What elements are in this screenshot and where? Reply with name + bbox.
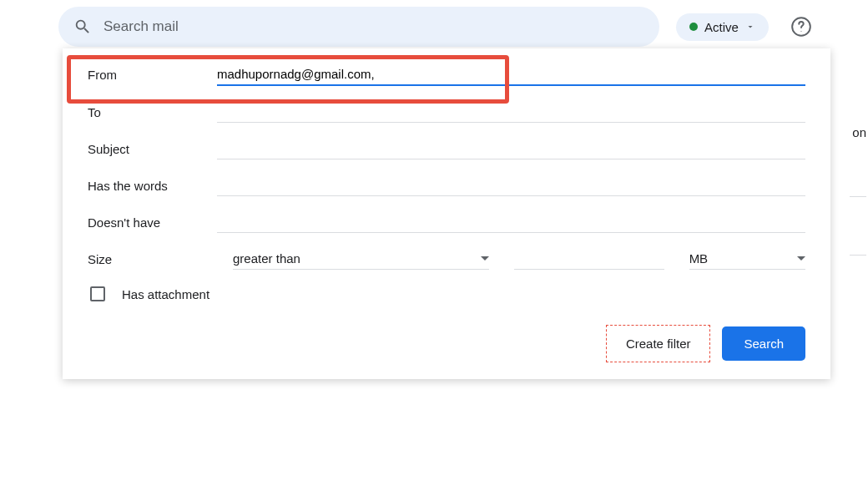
from-label: From — [88, 68, 217, 82]
chevron-down-icon — [481, 256, 489, 261]
status-label: Active — [704, 20, 739, 34]
search-bar[interactable]: Search mail — [58, 7, 659, 47]
has-words-input[interactable] — [217, 175, 805, 196]
doesnt-have-input[interactable] — [217, 211, 805, 233]
size-unit-select[interactable]: MB — [689, 248, 805, 270]
chevron-down-icon — [745, 22, 755, 32]
size-unit-value: MB — [689, 251, 709, 266]
search-options-panel: From To Subject Has the words Doesn't ha… — [63, 48, 830, 379]
chevron-down-icon — [797, 256, 805, 261]
help-button[interactable] — [790, 16, 812, 38]
search-icon — [73, 18, 92, 36]
status-dot-icon — [689, 23, 698, 31]
size-label: Size — [88, 252, 208, 266]
background-divider — [850, 255, 866, 256]
help-icon — [790, 16, 812, 38]
size-value-input[interactable] — [514, 248, 664, 270]
create-filter-button[interactable]: Create filter — [608, 326, 709, 361]
size-comparison-value: greater than — [233, 251, 300, 266]
background-text: on — [852, 125, 866, 139]
svg-point-1 — [800, 31, 801, 32]
from-input[interactable] — [217, 63, 805, 86]
has-attachment-label: Has attachment — [122, 287, 209, 301]
doesnt-have-label: Doesn't have — [88, 215, 217, 230]
search-button[interactable]: Search — [722, 326, 805, 361]
search-placeholder: Search mail — [103, 18, 644, 35]
to-input[interactable] — [217, 101, 805, 123]
subject-label: Subject — [88, 142, 217, 156]
create-filter-label: Create filter — [626, 337, 691, 351]
background-divider — [850, 196, 866, 197]
has-attachment-checkbox[interactable] — [90, 286, 105, 301]
size-comparison-select[interactable]: greater than — [233, 248, 489, 270]
has-words-label: Has the words — [88, 179, 217, 193]
to-label: To — [88, 105, 217, 119]
status-chip[interactable]: Active — [676, 13, 769, 41]
subject-input[interactable] — [217, 138, 805, 159]
search-button-label: Search — [744, 337, 784, 351]
